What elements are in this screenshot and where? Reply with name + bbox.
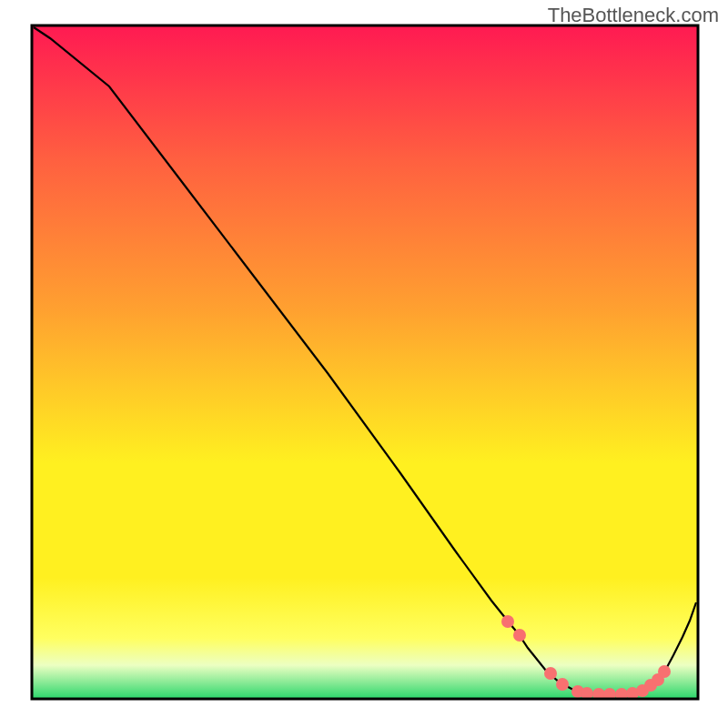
gradient-background bbox=[32, 25, 698, 699]
chart-svg bbox=[0, 0, 728, 728]
curve-marker bbox=[658, 665, 671, 678]
watermark-text: TheBottleneck.com bbox=[548, 4, 719, 27]
curve-marker bbox=[513, 629, 526, 642]
curve-marker bbox=[544, 667, 557, 680]
curve-marker bbox=[501, 615, 514, 628]
curve-marker bbox=[556, 678, 569, 691]
chart-container: { "watermark": "TheBottleneck.com", "cha… bbox=[0, 0, 728, 728]
